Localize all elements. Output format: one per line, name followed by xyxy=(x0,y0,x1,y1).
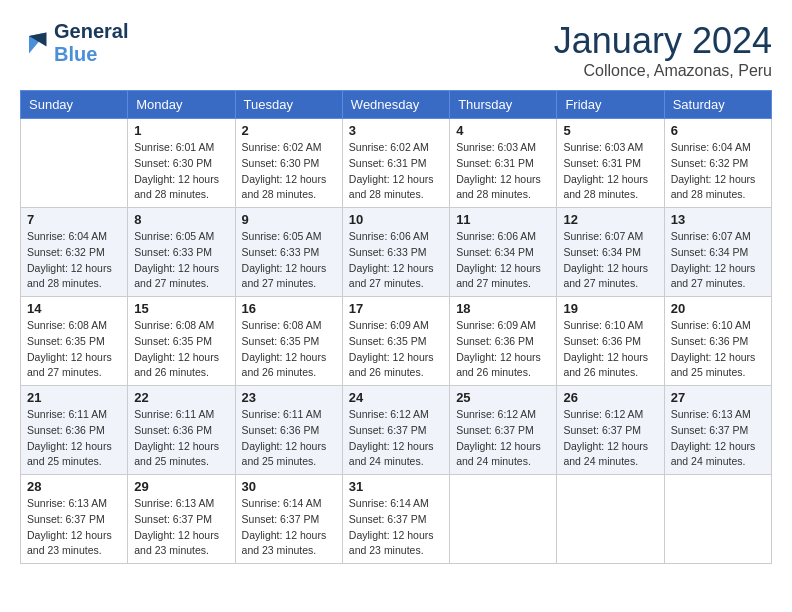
calendar-cell: 12Sunrise: 6:07 AMSunset: 6:34 PMDayligh… xyxy=(557,208,664,297)
day-info: Sunrise: 6:01 AMSunset: 6:30 PMDaylight:… xyxy=(134,140,228,203)
day-number: 1 xyxy=(134,123,228,138)
month-title: January 2024 xyxy=(554,20,772,62)
calendar-cell: 17Sunrise: 6:09 AMSunset: 6:35 PMDayligh… xyxy=(342,297,449,386)
calendar-cell: 30Sunrise: 6:14 AMSunset: 6:37 PMDayligh… xyxy=(235,475,342,564)
day-header-wednesday: Wednesday xyxy=(342,91,449,119)
calendar-cell: 9Sunrise: 6:05 AMSunset: 6:33 PMDaylight… xyxy=(235,208,342,297)
calendar-cell: 18Sunrise: 6:09 AMSunset: 6:36 PMDayligh… xyxy=(450,297,557,386)
day-info: Sunrise: 6:10 AMSunset: 6:36 PMDaylight:… xyxy=(671,318,765,381)
day-header-tuesday: Tuesday xyxy=(235,91,342,119)
day-info: Sunrise: 6:06 AMSunset: 6:34 PMDaylight:… xyxy=(456,229,550,292)
day-number: 6 xyxy=(671,123,765,138)
calendar-cell: 3Sunrise: 6:02 AMSunset: 6:31 PMDaylight… xyxy=(342,119,449,208)
calendar-cell xyxy=(664,475,771,564)
day-info: Sunrise: 6:06 AMSunset: 6:33 PMDaylight:… xyxy=(349,229,443,292)
day-info: Sunrise: 6:11 AMSunset: 6:36 PMDaylight:… xyxy=(134,407,228,470)
calendar-cell: 16Sunrise: 6:08 AMSunset: 6:35 PMDayligh… xyxy=(235,297,342,386)
calendar-cell: 19Sunrise: 6:10 AMSunset: 6:36 PMDayligh… xyxy=(557,297,664,386)
day-number: 18 xyxy=(456,301,550,316)
day-info: Sunrise: 6:10 AMSunset: 6:36 PMDaylight:… xyxy=(563,318,657,381)
day-info: Sunrise: 6:13 AMSunset: 6:37 PMDaylight:… xyxy=(134,496,228,559)
day-info: Sunrise: 6:04 AMSunset: 6:32 PMDaylight:… xyxy=(27,229,121,292)
calendar-cell xyxy=(450,475,557,564)
logo-icon xyxy=(22,29,50,57)
calendar-cell: 10Sunrise: 6:06 AMSunset: 6:33 PMDayligh… xyxy=(342,208,449,297)
day-info: Sunrise: 6:07 AMSunset: 6:34 PMDaylight:… xyxy=(563,229,657,292)
day-number: 29 xyxy=(134,479,228,494)
day-info: Sunrise: 6:13 AMSunset: 6:37 PMDaylight:… xyxy=(27,496,121,559)
day-info: Sunrise: 6:05 AMSunset: 6:33 PMDaylight:… xyxy=(242,229,336,292)
day-number: 25 xyxy=(456,390,550,405)
day-info: Sunrise: 6:02 AMSunset: 6:30 PMDaylight:… xyxy=(242,140,336,203)
day-number: 28 xyxy=(27,479,121,494)
calendar-cell: 13Sunrise: 6:07 AMSunset: 6:34 PMDayligh… xyxy=(664,208,771,297)
day-header-friday: Friday xyxy=(557,91,664,119)
day-number: 4 xyxy=(456,123,550,138)
day-info: Sunrise: 6:03 AMSunset: 6:31 PMDaylight:… xyxy=(563,140,657,203)
day-number: 3 xyxy=(349,123,443,138)
day-number: 19 xyxy=(563,301,657,316)
day-number: 5 xyxy=(563,123,657,138)
day-header-sunday: Sunday xyxy=(21,91,128,119)
location-subtitle: Collonce, Amazonas, Peru xyxy=(554,62,772,80)
logo-text: General Blue xyxy=(54,20,128,66)
day-number: 16 xyxy=(242,301,336,316)
week-row-1: 1Sunrise: 6:01 AMSunset: 6:30 PMDaylight… xyxy=(21,119,772,208)
day-number: 17 xyxy=(349,301,443,316)
logo: General Blue xyxy=(20,20,128,66)
calendar-table: SundayMondayTuesdayWednesdayThursdayFrid… xyxy=(20,90,772,564)
day-number: 8 xyxy=(134,212,228,227)
day-number: 14 xyxy=(27,301,121,316)
day-info: Sunrise: 6:08 AMSunset: 6:35 PMDaylight:… xyxy=(242,318,336,381)
day-header-saturday: Saturday xyxy=(664,91,771,119)
day-info: Sunrise: 6:09 AMSunset: 6:35 PMDaylight:… xyxy=(349,318,443,381)
day-info: Sunrise: 6:11 AMSunset: 6:36 PMDaylight:… xyxy=(242,407,336,470)
day-number: 11 xyxy=(456,212,550,227)
day-headers-row: SundayMondayTuesdayWednesdayThursdayFrid… xyxy=(21,91,772,119)
calendar-cell: 25Sunrise: 6:12 AMSunset: 6:37 PMDayligh… xyxy=(450,386,557,475)
calendar-cell: 1Sunrise: 6:01 AMSunset: 6:30 PMDaylight… xyxy=(128,119,235,208)
calendar-cell: 8Sunrise: 6:05 AMSunset: 6:33 PMDaylight… xyxy=(128,208,235,297)
day-info: Sunrise: 6:13 AMSunset: 6:37 PMDaylight:… xyxy=(671,407,765,470)
calendar-cell: 22Sunrise: 6:11 AMSunset: 6:36 PMDayligh… xyxy=(128,386,235,475)
day-info: Sunrise: 6:12 AMSunset: 6:37 PMDaylight:… xyxy=(456,407,550,470)
day-info: Sunrise: 6:14 AMSunset: 6:37 PMDaylight:… xyxy=(349,496,443,559)
day-info: Sunrise: 6:11 AMSunset: 6:36 PMDaylight:… xyxy=(27,407,121,470)
day-number: 15 xyxy=(134,301,228,316)
day-number: 12 xyxy=(563,212,657,227)
day-number: 20 xyxy=(671,301,765,316)
day-number: 21 xyxy=(27,390,121,405)
week-row-5: 28Sunrise: 6:13 AMSunset: 6:37 PMDayligh… xyxy=(21,475,772,564)
day-number: 31 xyxy=(349,479,443,494)
day-number: 26 xyxy=(563,390,657,405)
day-number: 27 xyxy=(671,390,765,405)
page-header: General Blue January 2024 Collonce, Amaz… xyxy=(20,20,772,80)
calendar-cell: 6Sunrise: 6:04 AMSunset: 6:32 PMDaylight… xyxy=(664,119,771,208)
calendar-cell: 31Sunrise: 6:14 AMSunset: 6:37 PMDayligh… xyxy=(342,475,449,564)
calendar-cell: 27Sunrise: 6:13 AMSunset: 6:37 PMDayligh… xyxy=(664,386,771,475)
calendar-cell: 14Sunrise: 6:08 AMSunset: 6:35 PMDayligh… xyxy=(21,297,128,386)
day-info: Sunrise: 6:08 AMSunset: 6:35 PMDaylight:… xyxy=(134,318,228,381)
day-number: 2 xyxy=(242,123,336,138)
calendar-cell: 20Sunrise: 6:10 AMSunset: 6:36 PMDayligh… xyxy=(664,297,771,386)
day-header-monday: Monday xyxy=(128,91,235,119)
day-number: 13 xyxy=(671,212,765,227)
calendar-cell xyxy=(21,119,128,208)
week-row-4: 21Sunrise: 6:11 AMSunset: 6:36 PMDayligh… xyxy=(21,386,772,475)
day-number: 24 xyxy=(349,390,443,405)
calendar-cell: 29Sunrise: 6:13 AMSunset: 6:37 PMDayligh… xyxy=(128,475,235,564)
day-info: Sunrise: 6:02 AMSunset: 6:31 PMDaylight:… xyxy=(349,140,443,203)
day-info: Sunrise: 6:14 AMSunset: 6:37 PMDaylight:… xyxy=(242,496,336,559)
day-info: Sunrise: 6:09 AMSunset: 6:36 PMDaylight:… xyxy=(456,318,550,381)
week-row-2: 7Sunrise: 6:04 AMSunset: 6:32 PMDaylight… xyxy=(21,208,772,297)
day-info: Sunrise: 6:12 AMSunset: 6:37 PMDaylight:… xyxy=(349,407,443,470)
calendar-cell: 7Sunrise: 6:04 AMSunset: 6:32 PMDaylight… xyxy=(21,208,128,297)
calendar-cell: 4Sunrise: 6:03 AMSunset: 6:31 PMDaylight… xyxy=(450,119,557,208)
day-number: 23 xyxy=(242,390,336,405)
calendar-cell: 2Sunrise: 6:02 AMSunset: 6:30 PMDaylight… xyxy=(235,119,342,208)
calendar-cell: 11Sunrise: 6:06 AMSunset: 6:34 PMDayligh… xyxy=(450,208,557,297)
calendar-cell: 24Sunrise: 6:12 AMSunset: 6:37 PMDayligh… xyxy=(342,386,449,475)
day-info: Sunrise: 6:07 AMSunset: 6:34 PMDaylight:… xyxy=(671,229,765,292)
calendar-cell: 5Sunrise: 6:03 AMSunset: 6:31 PMDaylight… xyxy=(557,119,664,208)
day-info: Sunrise: 6:12 AMSunset: 6:37 PMDaylight:… xyxy=(563,407,657,470)
